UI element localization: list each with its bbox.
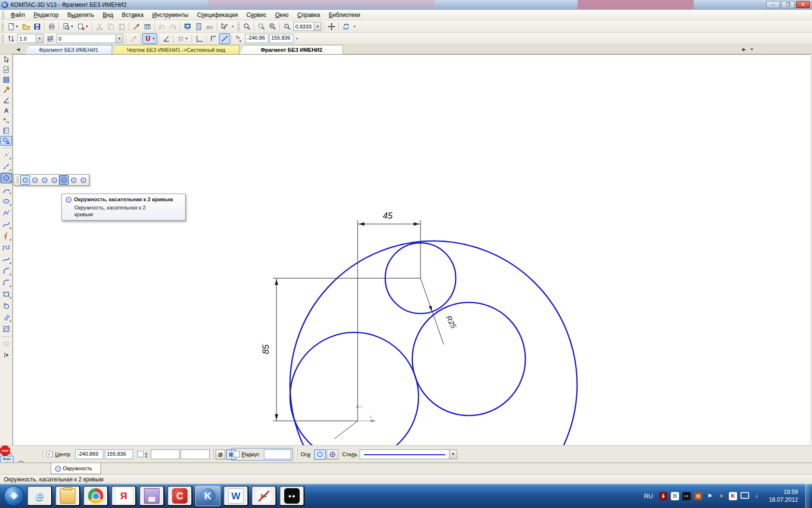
axis-label[interactable]: X xyxy=(369,415,372,419)
tray-network-icon[interactable] xyxy=(740,492,749,499)
center-checkbox[interactable]: ✓ xyxy=(46,451,53,457)
circle-tangent-2-curves-button[interactable] xyxy=(59,175,69,185)
zoom-area-button[interactable] xyxy=(281,21,292,32)
dimension-line[interactable] xyxy=(334,421,358,439)
tray-app-icon[interactable]: ✿ xyxy=(694,492,702,500)
continuous-input-tool[interactable] xyxy=(0,208,12,218)
undo-button[interactable] xyxy=(156,21,167,32)
open-button[interactable] xyxy=(20,21,31,32)
menu-select[interactable]: Выделить xyxy=(63,11,98,19)
flyout-grip[interactable] xyxy=(16,176,19,184)
refresh-button[interactable] xyxy=(340,21,351,32)
chevron-down-icon[interactable]: ▼ xyxy=(71,25,74,28)
parallel-lines-tool[interactable] xyxy=(0,312,12,323)
axes-off-button[interactable] xyxy=(314,449,326,460)
drawing-circle[interactable] xyxy=(412,302,525,416)
axes-on-button[interactable] xyxy=(327,449,338,460)
step-combo-value[interactable]: 1.0 xyxy=(18,36,36,42)
zoom-in-out-button[interactable] xyxy=(267,21,278,32)
variables-button[interactable] xyxy=(182,21,193,32)
panel-spec-button[interactable] xyxy=(0,126,12,135)
diameter-mode-button[interactable]: Ø xyxy=(216,449,225,460)
menu-libraries[interactable]: Библиотеки xyxy=(324,11,364,19)
bezier-tool[interactable] xyxy=(0,254,12,265)
drawing-circle[interactable] xyxy=(290,332,419,445)
menu-editor[interactable]: Редактор xyxy=(29,11,63,19)
taskbar-floppy[interactable] xyxy=(139,486,164,506)
fx-button[interactable] xyxy=(204,21,215,32)
taskbar-yandex[interactable]: Я xyxy=(111,486,136,506)
toolbar-view-grip[interactable] xyxy=(237,22,240,31)
tray-kaspersky-icon[interactable]: K xyxy=(729,492,737,500)
radius-field[interactable] xyxy=(264,449,291,459)
curve-tool[interactable] xyxy=(0,219,12,230)
zoom-scale-combo[interactable]: 0.8333▼ xyxy=(293,22,321,31)
clock[interactable]: 18:59 16.07.2012 xyxy=(769,488,798,504)
drawing-circle[interactable] xyxy=(290,241,577,445)
point-t-checkbox[interactable] xyxy=(137,451,144,457)
chevron-down-icon[interactable]: ▼ xyxy=(185,37,188,40)
taskbar-word[interactable]: W xyxy=(223,486,248,506)
close-button[interactable]: ✕ xyxy=(796,1,810,8)
panel-expand-button[interactable] xyxy=(0,350,12,360)
panel-text-button[interactable] xyxy=(0,105,12,115)
snap-magnet-button[interactable]: ▼ xyxy=(142,33,157,44)
view-options-chevron[interactable]: ▾ xyxy=(351,22,358,31)
menu-file[interactable]: Файл xyxy=(6,11,29,19)
cursor-y-field[interactable]: 155.836 xyxy=(269,34,293,43)
radius-checkbox[interactable] xyxy=(233,451,240,457)
dimension-arrow[interactable] xyxy=(275,414,278,420)
circle-by-2-points-button[interactable] xyxy=(78,175,88,185)
menu-grip[interactable] xyxy=(2,11,4,19)
dimension-text[interactable]: 85 xyxy=(261,344,271,354)
tabs-scroll-right-button[interactable]: ▶ xyxy=(740,45,748,53)
panel-edit-button[interactable] xyxy=(0,116,12,125)
taskbar-abbyy[interactable]: C xyxy=(167,486,192,506)
menu-view[interactable]: Вид xyxy=(99,11,118,19)
toolbar-current-state-grip[interactable] xyxy=(1,34,4,43)
toolbar-options-chevron[interactable]: ▾ xyxy=(230,22,236,31)
panel-selection-button[interactable] xyxy=(0,55,12,64)
grid-button[interactable]: ▼ xyxy=(175,33,190,44)
axis-label[interactable]: Y xyxy=(360,405,363,409)
drawing-canvas[interactable]: 4585R25YX xyxy=(13,54,810,445)
point-t-y-field[interactable] xyxy=(181,449,210,459)
axis-arrow[interactable] xyxy=(356,403,359,408)
tray-flag-icon[interactable]: ⚑ xyxy=(706,492,714,500)
point-tool[interactable] xyxy=(0,149,12,160)
rectangle-tool[interactable] xyxy=(0,289,12,299)
insert-view-button[interactable]: ▼ xyxy=(75,21,90,32)
layer-combo-value[interactable]: 0 xyxy=(57,36,116,42)
calculator-button[interactable] xyxy=(193,21,204,32)
hatch-tool[interactable] xyxy=(0,324,12,334)
taskbar-kompas[interactable]: K xyxy=(195,486,220,506)
menu-service[interactable]: Сервис xyxy=(242,11,271,19)
cut-button[interactable] xyxy=(94,21,105,32)
start-button[interactable]: ❖ xyxy=(4,486,24,506)
layers-button[interactable] xyxy=(44,33,56,44)
angle-snap-button[interactable] xyxy=(160,33,172,44)
circle-by-3-points-button[interactable] xyxy=(30,175,40,185)
new-document-button[interactable]: ▼ xyxy=(5,21,20,32)
snap-points-button[interactable] xyxy=(219,33,230,44)
chevron-down-icon[interactable]: ▼ xyxy=(86,25,89,28)
dimension-arrow[interactable] xyxy=(429,306,432,312)
chevron-down-icon[interactable]: ▼ xyxy=(314,22,321,30)
tab-fragment-2[interactable]: Фрагмент БЕЗ ИМЕНИ2 xyxy=(240,45,343,54)
context-help-button[interactable] xyxy=(218,21,230,32)
point-t-x-field[interactable] xyxy=(151,449,180,459)
taskbar-snip[interactable]: ✂ xyxy=(251,486,276,506)
toolbar-standard-grip[interactable] xyxy=(1,22,4,31)
copy-properties-button[interactable] xyxy=(130,21,142,32)
chevron-down-icon[interactable]: ▼ xyxy=(152,37,156,40)
circle-tangent-3-curves-button[interactable] xyxy=(69,175,78,185)
menu-help[interactable]: Справка xyxy=(293,11,324,19)
panel-measure-button[interactable] xyxy=(0,95,12,105)
chevron-down-icon[interactable]: ▼ xyxy=(36,34,43,43)
params-options-chevron[interactable]: ▾ xyxy=(294,34,300,44)
local-cs-button[interactable] xyxy=(193,33,204,44)
dimension-text[interactable]: R25 xyxy=(445,314,458,330)
paste-button[interactable] xyxy=(116,21,127,32)
tray-satellite-icon[interactable]: ✦ xyxy=(717,492,725,500)
center-y-field[interactable]: 155.836 xyxy=(105,449,133,459)
